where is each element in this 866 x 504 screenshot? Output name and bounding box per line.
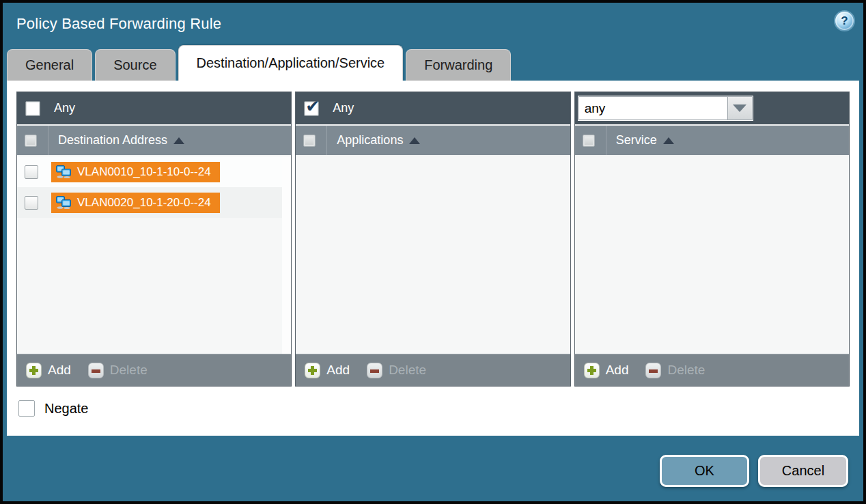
- destination-any-bar: Any: [17, 92, 291, 124]
- network-group-icon: [55, 196, 72, 209]
- service-toolbar: Add Delete: [575, 354, 849, 386]
- chevron-down-icon: [733, 104, 746, 112]
- help-icon[interactable]: ?: [835, 12, 854, 30]
- service-panel: any Service Add: [574, 92, 850, 387]
- row-checkbox[interactable]: [25, 196, 38, 210]
- destination-any-checkbox[interactable]: [25, 101, 40, 116]
- service-column-header[interactable]: Service: [575, 124, 849, 155]
- add-icon[interactable]: [26, 363, 42, 378]
- address-object-link[interactable]: VLAN0020_10-1-20-0--24: [51, 193, 220, 213]
- destination-toolbar: Add Delete: [17, 354, 291, 386]
- sort-asc-icon: [409, 137, 420, 144]
- applications-select-all-checkbox[interactable]: [303, 135, 316, 147]
- selector-columns: Any Destination Address: [16, 92, 850, 387]
- applications-column-header[interactable]: Applications: [296, 124, 570, 155]
- applications-any-label: Any: [333, 101, 354, 115]
- applications-delete-button[interactable]: Delete: [389, 363, 426, 378]
- applications-toolbar: Add Delete: [296, 354, 570, 386]
- add-icon[interactable]: [305, 363, 320, 378]
- table-row: VLAN0020_10-1-20-0--24: [17, 187, 282, 218]
- tab-source[interactable]: Source: [95, 49, 175, 81]
- service-add-button[interactable]: Add: [606, 363, 629, 378]
- service-header-label: Service: [616, 133, 657, 148]
- negate-label: Negate: [44, 401, 89, 417]
- address-object-link[interactable]: VLAN0010_10-1-10-0--24: [51, 162, 220, 182]
- destination-delete-button[interactable]: Delete: [110, 363, 148, 378]
- network-group-icon: [55, 165, 72, 178]
- applications-any-bar: Any: [296, 92, 570, 124]
- service-dropdown-button[interactable]: [727, 96, 753, 120]
- applications-any-checkbox[interactable]: [304, 101, 319, 116]
- tabstrip: General Source Destination/Application/S…: [3, 45, 863, 81]
- applications-panel: Any Applications Add Delete: [295, 92, 570, 387]
- ok-button[interactable]: OK: [660, 455, 749, 487]
- negate-row: Negate: [18, 400, 850, 417]
- destination-column-header[interactable]: Destination Address: [17, 124, 291, 155]
- tab-forwarding[interactable]: Forwarding: [406, 49, 511, 81]
- delete-icon[interactable]: [367, 363, 382, 378]
- sort-asc-icon: [663, 137, 674, 144]
- dialog-action-bar: OK Cancel: [3, 436, 863, 501]
- service-dropdown-value[interactable]: any: [578, 96, 727, 120]
- applications-list: [296, 155, 570, 354]
- tab-content-panel: Any Destination Address: [7, 81, 859, 436]
- sort-asc-icon: [173, 137, 184, 144]
- tab-general[interactable]: General: [7, 49, 92, 81]
- destination-select-all-checkbox[interactable]: [25, 135, 37, 147]
- address-object-label: VLAN0020_10-1-20-0--24: [77, 196, 211, 210]
- row-checkbox[interactable]: [25, 165, 38, 179]
- dialog-titlebar: Policy Based Forwarding Rule ?: [3, 3, 863, 45]
- delete-icon[interactable]: [645, 363, 661, 378]
- tab-destination-application-service[interactable]: Destination/Application/Service: [178, 45, 404, 81]
- destination-any-label: Any: [54, 101, 75, 115]
- add-icon[interactable]: [584, 363, 600, 378]
- policy-based-forwarding-dialog: Policy Based Forwarding Rule ? General S…: [0, 0, 866, 504]
- applications-header-label: Applications: [337, 133, 403, 148]
- destination-address-panel: Any Destination Address: [16, 92, 292, 387]
- service-delete-button[interactable]: Delete: [667, 363, 705, 378]
- service-dropdown[interactable]: any: [578, 96, 753, 121]
- service-list: [575, 155, 849, 354]
- destination-header-label: Destination Address: [58, 133, 167, 148]
- negate-checkbox[interactable]: [18, 400, 35, 417]
- address-object-label: VLAN0010_10-1-10-0--24: [77, 165, 211, 179]
- dialog-title: Policy Based Forwarding Rule: [16, 15, 221, 33]
- applications-add-button[interactable]: Add: [326, 363, 350, 378]
- cancel-button[interactable]: Cancel: [758, 455, 848, 487]
- table-row: VLAN0010_10-1-10-0--24: [17, 156, 282, 187]
- delete-icon[interactable]: [88, 363, 104, 378]
- service-select-all-checkbox[interactable]: [583, 135, 595, 147]
- service-dropdown-bar: any: [575, 92, 849, 124]
- destination-list: VLAN0010_10-1-10-0--24: [17, 155, 291, 354]
- destination-add-button[interactable]: Add: [48, 363, 71, 378]
